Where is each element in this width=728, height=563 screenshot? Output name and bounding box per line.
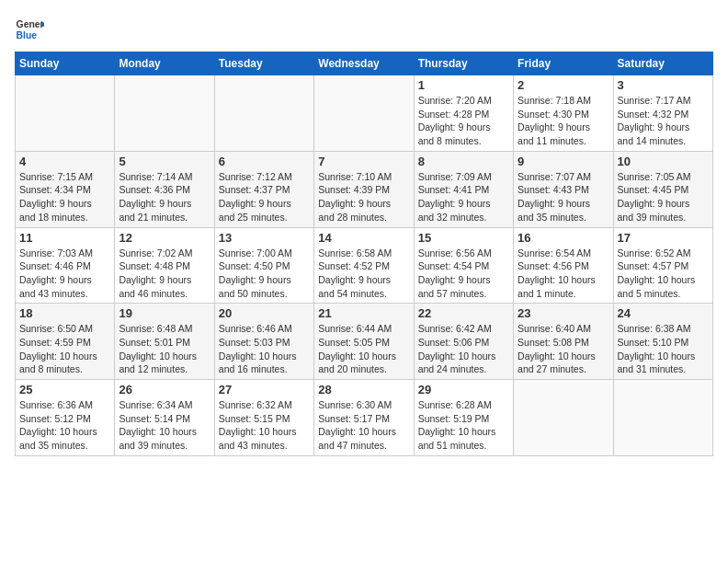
day-header-saturday: Saturday (613, 52, 712, 75)
calendar-cell: 27Sunrise: 6:32 AM Sunset: 5:15 PM Dayli… (214, 380, 313, 456)
day-number: 27 (219, 383, 310, 396)
day-info: Sunrise: 6:32 AM Sunset: 5:15 PM Dayligh… (219, 398, 310, 453)
day-number: 10 (618, 155, 709, 168)
calendar-cell: 7Sunrise: 7:10 AM Sunset: 4:39 PM Daylig… (314, 151, 414, 227)
logo: General Blue (15, 15, 48, 44)
day-number: 19 (119, 306, 210, 320)
calendar-cell (16, 75, 115, 152)
day-header-thursday: Thursday (414, 52, 513, 75)
day-number: 18 (19, 306, 110, 320)
day-header-wednesday: Wednesday (314, 52, 414, 75)
day-info: Sunrise: 7:14 AM Sunset: 4:36 PM Dayligh… (119, 170, 210, 224)
calendar-cell: 9Sunrise: 7:07 AM Sunset: 4:43 PM Daylig… (514, 151, 613, 227)
day-info: Sunrise: 7:07 AM Sunset: 4:43 PM Dayligh… (518, 170, 609, 224)
calendar-cell: 24Sunrise: 6:38 AM Sunset: 5:10 PM Dayli… (613, 304, 712, 380)
day-info: Sunrise: 6:34 AM Sunset: 5:14 PM Dayligh… (119, 398, 210, 453)
calendar-cell (514, 380, 613, 456)
day-info: Sunrise: 6:38 AM Sunset: 5:10 PM Dayligh… (618, 322, 709, 376)
day-info: Sunrise: 6:36 AM Sunset: 5:12 PM Dayligh… (19, 398, 110, 453)
day-number: 5 (119, 155, 210, 168)
calendar-cell: 21Sunrise: 6:44 AM Sunset: 5:05 PM Dayli… (314, 304, 414, 380)
day-info: Sunrise: 6:54 AM Sunset: 4:56 PM Dayligh… (518, 247, 609, 301)
day-number: 20 (219, 306, 310, 320)
day-info: Sunrise: 6:58 AM Sunset: 4:52 PM Dayligh… (318, 247, 409, 301)
day-number: 15 (418, 231, 509, 245)
calendar-cell: 17Sunrise: 6:52 AM Sunset: 4:57 PM Dayli… (613, 227, 712, 304)
day-info: Sunrise: 6:48 AM Sunset: 5:01 PM Dayligh… (119, 322, 210, 376)
calendar-cell: 29Sunrise: 6:28 AM Sunset: 5:19 PM Dayli… (414, 380, 513, 456)
calendar-body: 1Sunrise: 7:20 AM Sunset: 4:28 PM Daylig… (16, 75, 713, 456)
day-info: Sunrise: 7:05 AM Sunset: 4:45 PM Dayligh… (618, 170, 709, 224)
calendar-cell (214, 75, 313, 152)
day-info: Sunrise: 6:28 AM Sunset: 5:19 PM Dayligh… (418, 398, 509, 453)
day-number: 6 (219, 155, 310, 168)
day-number: 1 (418, 78, 509, 92)
day-info: Sunrise: 6:50 AM Sunset: 4:59 PM Dayligh… (19, 322, 110, 376)
calendar-cell (314, 75, 414, 152)
day-number: 11 (19, 231, 110, 245)
day-number: 25 (19, 383, 110, 396)
day-number: 17 (618, 231, 709, 245)
day-number: 24 (618, 306, 709, 320)
day-info: Sunrise: 7:02 AM Sunset: 4:48 PM Dayligh… (119, 247, 210, 301)
day-number: 8 (418, 155, 509, 168)
svg-text:General: General (17, 19, 44, 29)
calendar-cell: 12Sunrise: 7:02 AM Sunset: 4:48 PM Dayli… (115, 227, 214, 304)
day-info: Sunrise: 6:42 AM Sunset: 5:06 PM Dayligh… (418, 322, 509, 376)
week-row-3: 11Sunrise: 7:03 AM Sunset: 4:46 PM Dayli… (16, 227, 713, 304)
week-row-1: 1Sunrise: 7:20 AM Sunset: 4:28 PM Daylig… (16, 75, 713, 152)
week-row-4: 18Sunrise: 6:50 AM Sunset: 4:59 PM Dayli… (16, 304, 713, 380)
day-info: Sunrise: 7:00 AM Sunset: 4:50 PM Dayligh… (219, 247, 310, 301)
calendar-cell: 19Sunrise: 6:48 AM Sunset: 5:01 PM Dayli… (115, 304, 214, 380)
svg-text:Blue: Blue (17, 30, 38, 40)
day-info: Sunrise: 7:15 AM Sunset: 4:34 PM Dayligh… (19, 170, 110, 224)
day-header-tuesday: Tuesday (214, 52, 313, 75)
calendar-cell: 28Sunrise: 6:30 AM Sunset: 5:17 PM Dayli… (314, 380, 414, 456)
day-header-friday: Friday (514, 52, 613, 75)
calendar-cell: 14Sunrise: 6:58 AM Sunset: 4:52 PM Dayli… (314, 227, 414, 304)
calendar-cell: 20Sunrise: 6:46 AM Sunset: 5:03 PM Dayli… (214, 304, 313, 380)
calendar-cell: 25Sunrise: 6:36 AM Sunset: 5:12 PM Dayli… (16, 380, 115, 456)
days-of-week-row: SundayMondayTuesdayWednesdayThursdayFrid… (16, 52, 713, 75)
calendar-cell: 4Sunrise: 7:15 AM Sunset: 4:34 PM Daylig… (16, 151, 115, 227)
day-number: 16 (518, 231, 609, 245)
day-number: 21 (318, 306, 409, 320)
page-header: General Blue (15, 15, 713, 44)
day-info: Sunrise: 6:30 AM Sunset: 5:17 PM Dayligh… (318, 398, 409, 453)
calendar-cell: 23Sunrise: 6:40 AM Sunset: 5:08 PM Dayli… (514, 304, 613, 380)
day-number: 26 (119, 383, 210, 396)
day-number: 3 (618, 78, 709, 92)
day-info: Sunrise: 6:44 AM Sunset: 5:05 PM Dayligh… (318, 322, 409, 376)
day-info: Sunrise: 6:52 AM Sunset: 4:57 PM Dayligh… (618, 247, 709, 301)
day-info: Sunrise: 6:46 AM Sunset: 5:03 PM Dayligh… (219, 322, 310, 376)
calendar-cell: 10Sunrise: 7:05 AM Sunset: 4:45 PM Dayli… (613, 151, 712, 227)
week-row-2: 4Sunrise: 7:15 AM Sunset: 4:34 PM Daylig… (16, 151, 713, 227)
day-number: 22 (418, 306, 509, 320)
calendar-cell: 3Sunrise: 7:17 AM Sunset: 4:32 PM Daylig… (613, 75, 712, 152)
day-number: 12 (119, 231, 210, 245)
day-info: Sunrise: 7:17 AM Sunset: 4:32 PM Dayligh… (618, 94, 709, 148)
day-header-sunday: Sunday (16, 52, 115, 75)
calendar-table: SundayMondayTuesdayWednesdayThursdayFrid… (15, 52, 713, 456)
day-number: 23 (518, 306, 609, 320)
day-info: Sunrise: 7:09 AM Sunset: 4:41 PM Dayligh… (418, 170, 509, 224)
calendar-cell: 2Sunrise: 7:18 AM Sunset: 4:30 PM Daylig… (514, 75, 613, 152)
calendar-cell: 1Sunrise: 7:20 AM Sunset: 4:28 PM Daylig… (414, 75, 513, 152)
calendar-cell (115, 75, 214, 152)
day-header-monday: Monday (115, 52, 214, 75)
calendar-cell: 5Sunrise: 7:14 AM Sunset: 4:36 PM Daylig… (115, 151, 214, 227)
calendar-cell: 18Sunrise: 6:50 AM Sunset: 4:59 PM Dayli… (16, 304, 115, 380)
day-number: 9 (518, 155, 609, 168)
calendar-cell: 22Sunrise: 6:42 AM Sunset: 5:06 PM Dayli… (414, 304, 513, 380)
day-number: 2 (518, 78, 609, 92)
calendar-cell: 16Sunrise: 6:54 AM Sunset: 4:56 PM Dayli… (514, 227, 613, 304)
calendar-cell: 15Sunrise: 6:56 AM Sunset: 4:54 PM Dayli… (414, 227, 513, 304)
day-info: Sunrise: 7:18 AM Sunset: 4:30 PM Dayligh… (518, 94, 609, 148)
calendar-cell: 26Sunrise: 6:34 AM Sunset: 5:14 PM Dayli… (115, 380, 214, 456)
logo-icon: General Blue (15, 15, 44, 44)
calendar-cell (613, 380, 712, 456)
day-number: 14 (318, 231, 409, 245)
day-info: Sunrise: 7:10 AM Sunset: 4:39 PM Dayligh… (318, 170, 409, 224)
day-number: 29 (418, 383, 509, 396)
day-number: 7 (318, 155, 409, 168)
